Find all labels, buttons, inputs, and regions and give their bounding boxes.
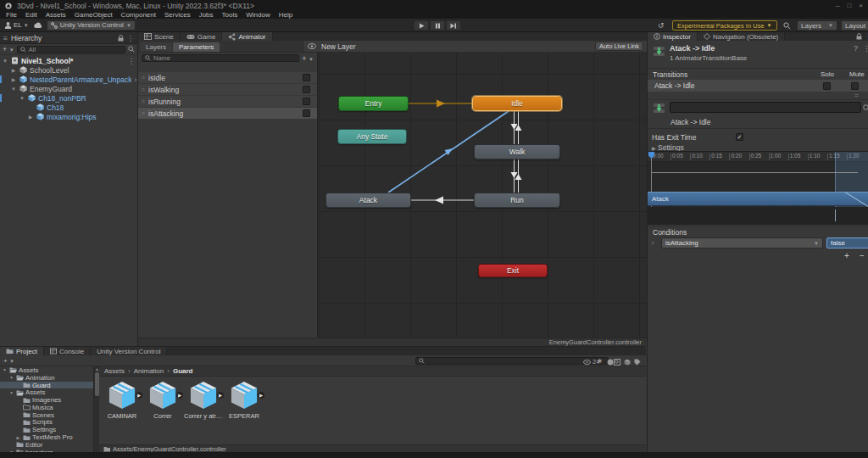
parameter-row[interactable]: =isAttacking (138, 108, 317, 119)
hierarchy-item[interactable]: Ch18 (0, 103, 137, 112)
project-folder-item[interactable]: Musica (0, 404, 93, 411)
menu-file[interactable]: File (2, 11, 21, 19)
breadcrumb-item[interactable]: Guard (173, 367, 193, 375)
menu-window[interactable]: Window (242, 11, 274, 19)
menu-tools[interactable]: Tools (218, 11, 242, 19)
tab-parameters[interactable]: Parameters (173, 42, 220, 52)
minimize-button[interactable]: – (836, 2, 839, 9)
layout-dropdown[interactable]: Layout (841, 20, 868, 31)
project-search-input[interactable] (415, 357, 609, 365)
hidden-count[interactable]: 24 (583, 358, 599, 366)
drag-handle-icon[interactable]: = (651, 240, 654, 246)
transition-list-row[interactable]: Atack -> Idle (648, 80, 868, 92)
open-prefab-chevron-icon[interactable]: › (134, 75, 136, 84)
state-node-walk[interactable]: Walk (474, 144, 560, 159)
tab-animator[interactable]: Animator (222, 32, 272, 41)
step-button[interactable] (446, 20, 461, 31)
parameter-bool-checkbox[interactable] (303, 86, 310, 93)
asset-item[interactable]: ▶Correr (143, 381, 182, 420)
kebab-menu-icon[interactable]: ⋮ (128, 57, 136, 65)
parameter-bool-checkbox[interactable] (303, 98, 310, 105)
tab-navigation-obsolete-[interactable]: Navigation (Obsolete) (698, 32, 785, 41)
asset-item[interactable]: ▶Correr y atra... (184, 381, 223, 420)
close-button[interactable]: × (859, 2, 863, 9)
version-control-button[interactable]: Unity Version Control ▼ (47, 20, 136, 31)
hierarchy-item[interactable]: ▼EnemyGuard (0, 84, 137, 93)
expand-asset-icon[interactable]: ▶ (175, 391, 184, 399)
search-filter-icon[interactable] (128, 46, 135, 53)
tab-inspector[interactable]: Inspector (648, 32, 698, 41)
list-resize-handle[interactable]: = (854, 92, 859, 99)
project-folder-item[interactable]: ▶TextMesh Pro (0, 433, 93, 441)
drag-handle-icon[interactable]: = (142, 98, 145, 104)
tab-scene[interactable]: Scene (138, 32, 181, 41)
lock-icon[interactable] (856, 33, 862, 40)
project-tree-scrollbar[interactable]: ▲ (93, 366, 99, 452)
project-folder-item[interactable]: Imagenes (0, 396, 93, 404)
auto-live-link-button[interactable]: Auto Live Link (595, 42, 643, 51)
cloud-button[interactable] (33, 22, 43, 29)
tab-layers[interactable]: Layers (140, 42, 172, 52)
project-folder-item[interactable]: Settings (0, 426, 93, 433)
create-asset-button[interactable]: + ▼ (3, 357, 14, 365)
preset-icon[interactable] (863, 104, 868, 110)
state-machine-graph[interactable]: EntryIdleAny StateWalkAtackRunExit (318, 53, 647, 338)
maximize-button[interactable]: □ (847, 2, 851, 9)
undo-history-icon[interactable]: ↺ (658, 21, 665, 30)
state-node-atack[interactable]: Atack (326, 193, 411, 208)
solo-checkbox[interactable] (823, 82, 831, 90)
project-folder-item[interactable]: ▼Assets (0, 388, 93, 396)
mute-checkbox[interactable] (851, 82, 859, 90)
foldout-arrow-icon[interactable]: ▶ (10, 76, 17, 82)
foldout-arrow-icon[interactable]: ▼ (10, 87, 17, 92)
tab-unity-version-control[interactable]: Unity Version Control (91, 347, 167, 355)
state-node-exit[interactable]: Exit (478, 264, 548, 277)
experimental-packages-button[interactable]: Experimental Packages In Use ▼ (672, 20, 777, 31)
state-node-run[interactable]: Run (474, 193, 560, 208)
menu-edit[interactable]: Edit (21, 11, 42, 19)
asset-item[interactable]: ▶ESPERAR (225, 381, 264, 420)
kebab-menu-icon[interactable]: ⋮ (127, 34, 135, 42)
foldout-arrow-icon[interactable]: ▶ (27, 114, 34, 120)
condition-parameter-dropdown[interactable]: isAttacking▼ (661, 237, 823, 249)
expand-asset-icon[interactable]: ▶ (257, 391, 265, 399)
eye-icon[interactable] (308, 43, 316, 49)
kebab-menu-icon[interactable]: ⋮ (863, 44, 868, 53)
kebab-menu-icon[interactable]: ⋮ (865, 32, 868, 41)
project-folder-item[interactable]: Editor (0, 441, 93, 449)
has-exit-time-checkbox[interactable]: ✓ (736, 133, 743, 141)
foldout-arrow-icon[interactable]: ▶ (15, 435, 21, 440)
drag-handle-icon[interactable]: = (142, 75, 145, 81)
menu-assets[interactable]: Assets (42, 11, 70, 19)
label-icon[interactable] (634, 359, 641, 366)
remove-condition-button[interactable]: − (860, 251, 865, 260)
menu-gameobject[interactable]: GameObject (70, 11, 117, 19)
state-node-idle[interactable]: Idle (472, 96, 562, 111)
search-icon[interactable] (783, 22, 791, 30)
foldout-arrow-icon[interactable]: ▼ (8, 375, 14, 380)
asset-item[interactable]: ▶CAMINAR (103, 381, 142, 420)
parameter-bool-checkbox[interactable] (303, 109, 310, 117)
project-folder-item[interactable]: Scripts (0, 419, 93, 427)
lock-icon[interactable] (118, 35, 124, 42)
parameter-row[interactable]: =isWalking (138, 84, 317, 95)
expand-asset-icon[interactable]: ▶ (216, 391, 225, 399)
parameter-row[interactable]: =isRunning (138, 96, 317, 107)
tab-game[interactable]: Game (181, 32, 223, 41)
drag-handle-icon[interactable]: = (142, 87, 145, 92)
foldout-arrow-icon[interactable]: ▶ (10, 67, 17, 73)
condition-value-field[interactable]: false (826, 237, 868, 249)
parameter-bool-checkbox[interactable] (303, 74, 310, 81)
hierarchy-item[interactable]: ▶SchoolLevel (0, 65, 137, 75)
menu-jobs[interactable]: Jobs (195, 11, 218, 19)
hierarchy-item[interactable]: ▼Nivel1_School*⋮ (0, 56, 137, 65)
project-folder-item[interactable]: ▼Animation (0, 374, 93, 382)
breadcrumb-item[interactable]: Assets (104, 367, 125, 375)
project-folder-item[interactable]: ▼Assets (0, 366, 93, 374)
layers-dropdown[interactable]: Layers ▼ (797, 20, 837, 31)
foldout-arrow-icon[interactable]: ▼ (2, 367, 8, 372)
add-object-button[interactable]: + ▼ (3, 45, 14, 53)
transition-timeline[interactable]: 0:000:050:100:150:200:251:001:051:101:15… (648, 151, 868, 225)
tab-console[interactable]: Console (44, 347, 91, 355)
hierarchy-item[interactable]: ▶mixamorig:Hips (0, 112, 137, 121)
